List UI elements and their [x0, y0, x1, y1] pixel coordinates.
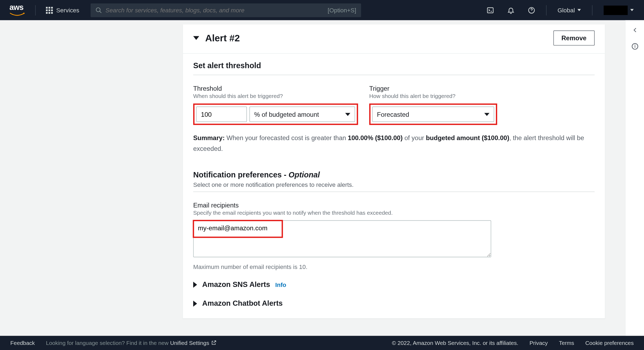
feedback-link[interactable]: Feedback	[10, 340, 35, 346]
aws-smile-icon	[9, 12, 25, 17]
search-icon	[95, 7, 102, 14]
threshold-label: Threshold	[193, 85, 358, 92]
section-title-notifications: Notification preferences - Optional	[193, 170, 595, 179]
trigger-label: Trigger	[369, 85, 502, 92]
chevron-right-icon	[193, 300, 197, 306]
svg-rect-2	[487, 8, 493, 13]
sns-alerts-label: Amazon SNS Alerts	[202, 280, 270, 289]
svg-line-1	[100, 11, 101, 13]
notifications-button[interactable]	[502, 2, 519, 19]
notifications-subtitle: Select one or more notification preferen…	[193, 181, 595, 188]
nav-divider	[546, 5, 546, 15]
rail-info-button[interactable]	[631, 42, 639, 52]
chatbot-alerts-expander[interactable]: Amazon Chatbot Alerts	[193, 299, 595, 308]
section-title-threshold: Set alert threshold	[193, 61, 595, 71]
svg-point-0	[96, 8, 100, 12]
threshold-input[interactable]	[196, 107, 247, 122]
rail-collapse-button[interactable]	[631, 26, 639, 36]
chevron-left-icon	[631, 26, 639, 34]
email-recipients-input[interactable]	[193, 220, 491, 257]
region-selector[interactable]: Global	[552, 7, 586, 14]
threshold-hint: When should this alert be triggered?	[193, 93, 358, 99]
chevron-down-icon	[345, 113, 350, 116]
trigger-value: Forecasted	[377, 111, 409, 118]
info-icon	[631, 42, 639, 50]
cloudshell-button[interactable]	[481, 2, 499, 19]
help-icon	[528, 6, 535, 14]
trigger-select[interactable]: Forecasted	[372, 107, 494, 122]
account-redacted	[604, 5, 628, 15]
grid-icon	[46, 7, 53, 14]
services-label: Services	[56, 7, 79, 14]
chevron-down-icon	[630, 9, 634, 11]
collapse-toggle[interactable]	[193, 36, 199, 40]
email-hint: Specify the email recipients you want to…	[193, 209, 595, 216]
trigger-hint: How should this alert be triggered?	[369, 93, 502, 99]
right-rail	[625, 20, 644, 336]
remove-button[interactable]: Remove	[553, 31, 595, 46]
cloudshell-icon	[486, 6, 494, 14]
help-button[interactable]	[523, 2, 540, 19]
email-label: Email recipients	[193, 201, 595, 209]
language-hint: Looking for language selection? Find it …	[46, 340, 217, 346]
nav-divider	[592, 5, 592, 15]
search-shortcut: [Option+S]	[328, 7, 356, 14]
account-menu[interactable]	[598, 5, 639, 15]
threshold-highlight: % of budgeted amount	[193, 104, 358, 125]
trigger-field-group: Trigger How should this alert be trigger…	[369, 85, 502, 125]
chevron-right-icon	[193, 282, 197, 287]
threshold-summary: Summary: When your forecasted cost is gr…	[193, 133, 595, 154]
cookie-preferences-link[interactable]: Cookie preferences	[585, 340, 634, 346]
trigger-highlight: Forecasted	[369, 104, 497, 125]
search-box[interactable]: [Option+S]	[90, 3, 361, 17]
nav-divider	[35, 5, 36, 15]
chevron-down-icon	[577, 9, 581, 11]
alert-title: Alert #2	[205, 32, 240, 44]
external-link-icon	[211, 340, 217, 346]
info-link[interactable]: Info	[275, 281, 286, 288]
footer: Feedback Looking for language selection?…	[0, 336, 644, 350]
email-max-hint: Maximum number of email recipients is 10…	[193, 263, 595, 270]
unified-settings-link[interactable]: Unified Settings	[170, 340, 217, 346]
services-button[interactable]: Services	[42, 7, 83, 14]
threshold-field-group: Threshold When should this alert be trig…	[193, 85, 358, 125]
chevron-down-icon	[484, 113, 489, 116]
bell-icon	[507, 6, 515, 14]
privacy-link[interactable]: Privacy	[529, 340, 548, 346]
top-nav: aws Services [Option+S]	[0, 0, 644, 20]
threshold-unit-value: % of budgeted amount	[254, 111, 319, 118]
chatbot-alerts-label: Amazon Chatbot Alerts	[202, 299, 283, 308]
alert-card: Alert #2 Remove Set alert threshold Thre…	[182, 24, 605, 318]
search-input[interactable]	[105, 7, 328, 14]
svg-point-6	[635, 45, 635, 45]
region-label: Global	[558, 7, 575, 14]
terms-link[interactable]: Terms	[559, 340, 574, 346]
sns-alerts-expander[interactable]: Amazon SNS Alerts Info	[193, 280, 595, 289]
threshold-unit-select[interactable]: % of budgeted amount	[250, 107, 355, 122]
copyright-text: © 2022, Amazon Web Services, Inc. or its…	[392, 340, 518, 346]
aws-logo[interactable]: aws	[5, 3, 29, 17]
